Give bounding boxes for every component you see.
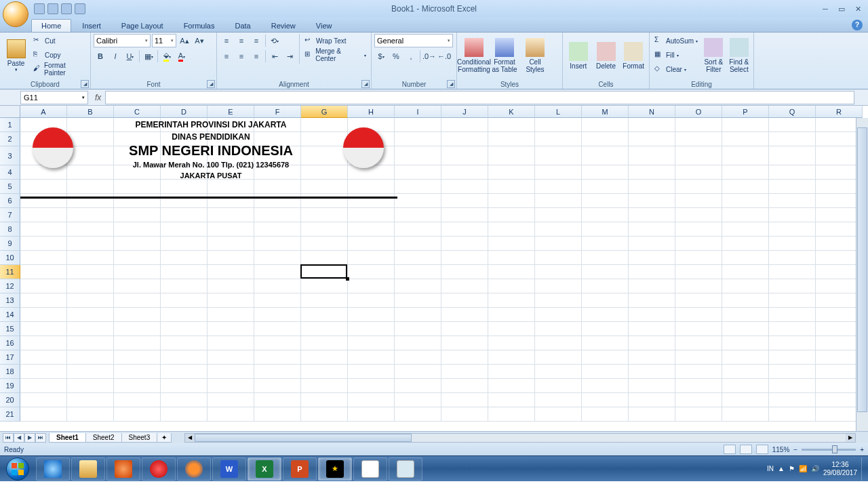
align-bottom-button[interactable]: ≡ (250, 34, 263, 47)
italic-button[interactable]: I (108, 49, 122, 63)
clear-button[interactable]: ◇Clear▾ (652, 62, 700, 76)
sheet-tab-1[interactable]: Sheet1 (49, 433, 86, 443)
shrink-font-button[interactable]: A▾ (193, 34, 206, 47)
select-all-corner[interactable] (0, 106, 20, 118)
maximize-button[interactable]: ▭ (834, 3, 849, 14)
col-header-G[interactable]: G (301, 106, 348, 118)
number-format-combo[interactable]: General▾ (374, 34, 453, 47)
tray-volume-icon[interactable]: 🔊 (811, 465, 819, 472)
col-header-B[interactable]: B (67, 106, 114, 118)
number-dialog-launcher[interactable]: ◢ (447, 80, 455, 88)
qat-redo-icon[interactable] (61, 3, 72, 14)
view-break-button[interactable] (756, 445, 768, 454)
start-button[interactable] (0, 456, 35, 482)
row-header-1[interactable]: 1 (0, 118, 20, 132)
wrap-text-button[interactable]: ↩Wrap Text (302, 34, 368, 47)
fill-handle[interactable] (346, 277, 349, 281)
format-as-table-button[interactable]: Format as Table (490, 34, 519, 77)
task-ppt[interactable]: P (283, 458, 317, 481)
zoom-out-button[interactable]: − (793, 446, 797, 453)
bold-button[interactable]: B (94, 49, 107, 63)
tray-flag-icon[interactable]: ▲ (778, 465, 785, 472)
decrease-decimal-button[interactable]: ←.0 (437, 49, 451, 63)
row-header-13[interactable]: 13 (0, 293, 20, 308)
zoom-slider[interactable] (802, 449, 856, 451)
tab-data[interactable]: Data (225, 20, 260, 32)
underline-button[interactable]: U▾ (123, 49, 137, 63)
font-color-button[interactable]: A▾ (175, 49, 189, 63)
sheet-nav-first[interactable]: ⏮ (3, 433, 14, 443)
task-excel[interactable]: X (248, 458, 281, 481)
col-header-H[interactable]: H (348, 106, 395, 118)
row-header-3[interactable]: 3 (0, 146, 20, 165)
row-header-12[interactable]: 12 (0, 279, 20, 293)
tab-home[interactable]: Home (31, 19, 71, 32)
view-layout-button[interactable] (740, 445, 752, 454)
decrease-indent-button[interactable]: ⇤ (268, 49, 281, 63)
increase-indent-button[interactable]: ⇥ (283, 49, 296, 63)
qat-print-icon[interactable] (75, 3, 85, 14)
orientation-button[interactable]: ⟲▾ (268, 34, 281, 47)
insert-cells-button[interactable]: Insert (566, 34, 591, 77)
tray-clock[interactable]: 12:36 29/08/2017 (823, 461, 857, 477)
col-header-Q[interactable]: Q (769, 106, 816, 118)
tab-page-layout[interactable]: Page Layout (112, 20, 173, 32)
col-header-A[interactable]: A (20, 106, 67, 118)
task-firefox[interactable] (177, 458, 211, 481)
format-painter-button[interactable]: 🖌Format Painter (31, 62, 87, 76)
row-header-18[interactable]: 18 (0, 365, 20, 379)
hscroll-left[interactable]: ◀ (185, 434, 195, 442)
align-top-button[interactable]: ≡ (220, 34, 233, 47)
col-header-R[interactable]: R (816, 106, 863, 118)
tray-lang[interactable]: IN (767, 465, 774, 472)
row-header-11[interactable]: 11 (0, 265, 20, 279)
help-icon[interactable]: ? (852, 20, 863, 30)
tab-formulas[interactable]: Formulas (174, 20, 224, 32)
align-middle-button[interactable]: ≡ (235, 34, 248, 47)
cells-area[interactable]: PEMERINTAH PROVINSI DKI JAKARTA DINAS PE… (20, 118, 863, 431)
col-header-M[interactable]: M (582, 106, 629, 118)
row-header-15[interactable]: 15 (0, 322, 20, 336)
row-header-17[interactable]: 17 (0, 350, 20, 365)
task-explorer[interactable] (71, 458, 105, 481)
conditional-formatting-button[interactable]: Conditional Formatting (460, 34, 488, 77)
fx-icon[interactable]: fx (91, 93, 105, 102)
col-header-N[interactable]: N (629, 106, 675, 118)
delete-cells-button[interactable]: Delete (593, 34, 619, 77)
row-header-7[interactable]: 7 (0, 208, 20, 222)
tab-view[interactable]: View (307, 20, 342, 32)
task-calc[interactable] (389, 458, 422, 481)
row-header-14[interactable]: 14 (0, 308, 20, 322)
tab-review[interactable]: Review (262, 20, 305, 32)
col-header-O[interactable]: O (675, 106, 722, 118)
sheet-tab-2[interactable]: Sheet2 (85, 433, 122, 443)
cut-button[interactable]: ✂Cut (31, 34, 87, 47)
row-header-16[interactable]: 16 (0, 336, 20, 350)
minimize-button[interactable]: ─ (818, 3, 833, 14)
row-header-21[interactable]: 21 (0, 407, 20, 422)
font-size-combo[interactable]: 11▾ (152, 34, 176, 47)
formula-input[interactable] (105, 91, 854, 104)
col-header-J[interactable]: J (441, 106, 488, 118)
sheet-nav-prev[interactable]: ◀ (14, 433, 24, 443)
col-header-D[interactable]: D (161, 106, 208, 118)
row-header-4[interactable]: 4 (0, 165, 20, 180)
row-header-5[interactable]: 5 (0, 180, 20, 194)
col-header-L[interactable]: L (535, 106, 582, 118)
tab-insert[interactable]: Insert (73, 20, 111, 32)
comma-button[interactable]: , (404, 49, 418, 63)
alignment-dialog-launcher[interactable]: ◢ (361, 80, 370, 88)
paste-button[interactable]: Paste ▾ (3, 34, 29, 77)
task-ie[interactable] (36, 458, 70, 481)
find-select-button[interactable]: Find & Select (728, 34, 751, 77)
fill-color-button[interactable]: ⬙▾ (160, 49, 174, 63)
accounting-format-button[interactable]: $▾ (374, 49, 388, 63)
vscroll-thumb[interactable] (857, 127, 867, 412)
new-sheet-button[interactable]: ✦ (157, 433, 172, 443)
sheet-nav-last[interactable]: ⏭ (35, 433, 46, 443)
task-movie[interactable]: ★ (318, 458, 352, 481)
sheet-nav-next[interactable]: ▶ (24, 433, 35, 443)
font-dialog-launcher[interactable]: ◢ (207, 80, 215, 88)
zoom-in-button[interactable]: + (860, 446, 864, 453)
row-header-6[interactable]: 6 (0, 194, 20, 208)
